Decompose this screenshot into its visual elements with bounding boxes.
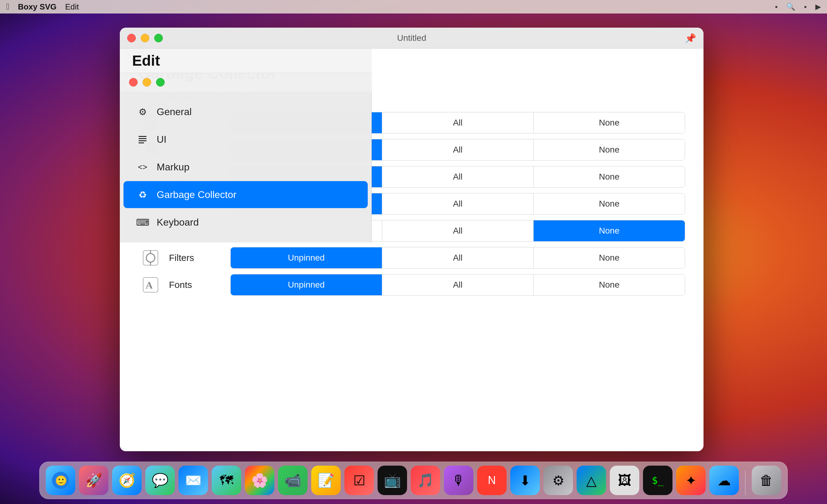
- patterns-all-btn[interactable]: All: [382, 166, 534, 187]
- window-titlebar: Untitled 📌: [120, 27, 703, 49]
- prefs-nav-general[interactable]: ⚙ General: [124, 98, 368, 125]
- dock-podcasts[interactable]: 🎙: [444, 466, 473, 495]
- edit-menu-header: Edit: [120, 49, 372, 73]
- gc-row-fonts: A Fonts Unpinned All None: [138, 273, 685, 296]
- dock-news[interactable]: N: [477, 466, 506, 495]
- markers-none-btn[interactable]: None: [534, 193, 685, 214]
- fonts-icon: A: [138, 273, 163, 296]
- prefs-close[interactable]: [129, 78, 138, 87]
- prefs-nav-garbage-collector[interactable]: ♻ Garbage Collector: [124, 181, 368, 208]
- menubar-search-icon[interactable]: 🔍: [786, 2, 795, 11]
- dock-appletv[interactable]: 📺: [378, 466, 407, 495]
- prefs-nav-ui[interactable]: UI: [124, 126, 368, 153]
- svg-rect-3: [139, 143, 144, 143]
- prefs-dialog: ⚙ General UI <> Markup: [120, 73, 372, 242]
- prefs-sidebar: ⚙ General UI <> Markup: [120, 92, 372, 242]
- dock-launchpad[interactable]: 🚀: [79, 466, 108, 495]
- dock-altstore[interactable]: △: [577, 466, 606, 495]
- menubar-wifi-icon: ▪: [775, 2, 778, 11]
- dock-trash[interactable]: 🗑: [752, 466, 781, 495]
- fonts-btn-group: Unpinned All None: [230, 274, 685, 295]
- dock-icloud[interactable]: ☁: [709, 466, 739, 495]
- prefs-minimize[interactable]: [143, 78, 151, 87]
- menubar-siri-icon[interactable]: ▶: [815, 2, 821, 11]
- dock-facetime[interactable]: 📹: [278, 466, 307, 495]
- dock-maps[interactable]: 🗺: [212, 466, 241, 495]
- dock-divider: [745, 470, 745, 495]
- gradients-none-btn[interactable]: None: [534, 139, 685, 160]
- fonts-unpinned-btn[interactable]: Unpinned: [231, 274, 382, 295]
- dock-pixelmator[interactable]: ✦: [676, 466, 706, 495]
- gradients-all-btn[interactable]: All: [382, 139, 534, 160]
- dock-safari[interactable]: 🧭: [112, 466, 142, 495]
- menubar-control-center-icon[interactable]: ▪: [804, 2, 807, 11]
- colors-all-btn[interactable]: All: [382, 112, 534, 133]
- menubar-right-icons: ▪ 🔍 ▪ ▶: [775, 2, 821, 11]
- prefs-nav-gc-label: Garbage Collector: [157, 189, 237, 201]
- dock: 🙂 🚀 🧭 💬 ✉️ 🗺 🌸 📹 📝 ☑ 📺 🎵 🎙 N ⬇ ⚙ △ 🖼 $_ …: [39, 462, 788, 499]
- prefs-nav-general-label: General: [157, 106, 192, 118]
- dock-terminal[interactable]: $_: [643, 466, 673, 495]
- menubar-app-name[interactable]: Boxy SVG: [18, 2, 56, 12]
- app-window: Untitled 📌 Generators ▲ ◈ ✏ T □ ○ ╱ Edit: [120, 27, 703, 451]
- minimize-button[interactable]: [141, 34, 149, 42]
- filters-label: Filters: [169, 253, 224, 263]
- prefs-nav-markup[interactable]: <> Markup: [124, 154, 368, 180]
- preferences-overlay: Edit ⚙ General: [120, 49, 703, 451]
- dock-messages[interactable]: 💬: [145, 466, 175, 495]
- svg-rect-2: [139, 140, 147, 141]
- dock-mail[interactable]: ✉️: [179, 466, 208, 495]
- dock-finder[interactable]: 🙂: [46, 466, 75, 495]
- symbols-none-btn[interactable]: None: [534, 220, 685, 241]
- pin-button[interactable]: 📌: [685, 33, 696, 43]
- dock-reminders[interactable]: ☑: [344, 466, 374, 495]
- garbage-icon: ♻: [136, 188, 149, 201]
- dock-preview[interactable]: 🖼: [610, 466, 639, 495]
- dock-appstore[interactable]: ⬇: [510, 466, 540, 495]
- markup-icon: <>: [136, 160, 149, 174]
- menubar:  Boxy SVG Edit ▪ 🔍 ▪ ▶: [0, 0, 827, 13]
- patterns-none-btn[interactable]: None: [534, 166, 685, 187]
- filters-none-btn[interactable]: None: [534, 247, 685, 268]
- dock-sysprefs[interactable]: ⚙: [543, 466, 573, 495]
- edit-menu-container: Edit ⚙ General: [120, 49, 372, 242]
- traffic-lights: [127, 34, 163, 42]
- fonts-label: Fonts: [169, 280, 224, 290]
- dock-photos[interactable]: 🌸: [245, 466, 274, 495]
- prefs-maximize[interactable]: [156, 78, 165, 87]
- prefs-nav-keyboard[interactable]: ⌨ Keyboard: [124, 209, 368, 236]
- svg-text:A: A: [146, 280, 153, 291]
- svg-text:<>: <>: [138, 162, 147, 172]
- close-button[interactable]: [127, 34, 136, 42]
- prefs-traffic-lights: [120, 73, 372, 92]
- window-title: Untitled: [397, 33, 426, 43]
- filters-all-btn[interactable]: All: [382, 247, 534, 268]
- general-icon: ⚙: [136, 105, 149, 118]
- gc-row-filters: Filters Unpinned All None: [138, 246, 685, 270]
- symbols-all-btn[interactable]: All: [382, 220, 534, 241]
- apple-menu[interactable]: : [6, 2, 9, 12]
- filters-btn-group: Unpinned All None: [230, 247, 685, 269]
- dock-music[interactable]: 🎵: [411, 466, 440, 495]
- markers-all-btn[interactable]: All: [382, 193, 534, 214]
- fonts-none-btn[interactable]: None: [534, 274, 685, 295]
- svg-rect-1: [139, 138, 147, 139]
- ui-icon: [136, 132, 149, 146]
- colors-none-btn[interactable]: None: [534, 112, 685, 133]
- edit-menu-title: Edit: [132, 52, 160, 69]
- fonts-all-btn[interactable]: All: [382, 274, 534, 295]
- prefs-nav-markup-label: Markup: [157, 161, 190, 173]
- filters-unpinned-btn[interactable]: Unpinned: [231, 247, 382, 268]
- svg-rect-0: [139, 136, 147, 137]
- svg-text:🙂: 🙂: [55, 475, 67, 487]
- filters-icon: [138, 246, 163, 270]
- menubar-edit[interactable]: Edit: [65, 2, 79, 12]
- keyboard-icon: ⌨: [136, 216, 149, 229]
- maximize-button[interactable]: [154, 34, 163, 42]
- prefs-nav-keyboard-label: Keyboard: [157, 217, 199, 228]
- prefs-nav-ui-label: UI: [157, 134, 166, 145]
- dock-notes[interactable]: 📝: [311, 466, 341, 495]
